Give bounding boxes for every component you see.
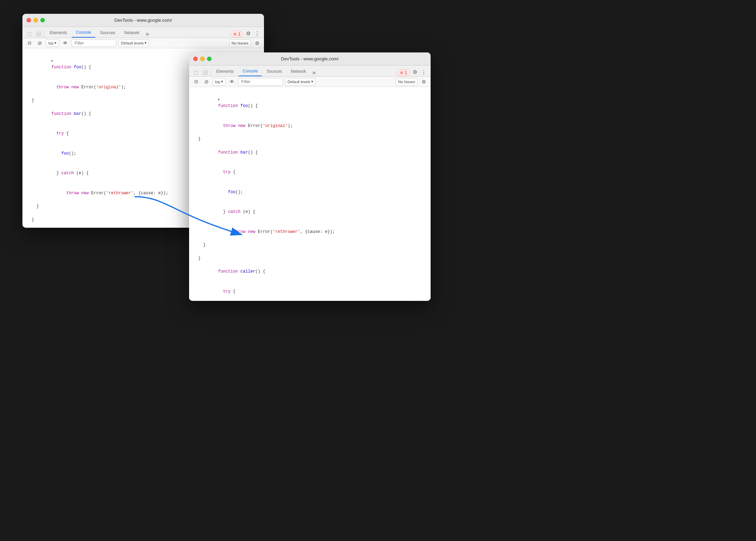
filter-input-back[interactable]	[71, 39, 116, 47]
console-toolbar-front: ⊟ ⊘ top ▾ 👁 Default levels ▾ No Issues ⚙	[189, 77, 431, 87]
devtools-body-front: ⬚ ⬜ Elements Console Sources Network » ✕…	[189, 66, 431, 301]
console-toolbar-back: ⊟ ⊘ top ▾ 👁 Default levels ▾ No Issues ⚙	[22, 38, 264, 48]
settings-console-front[interactable]: ⚙	[420, 78, 428, 86]
tab-bar-back: ⬚ ⬜ Elements Console Sources Network » ✕…	[22, 27, 264, 38]
traffic-lights-back	[27, 18, 45, 22]
code-line-front-1: throw new Error('original');	[189, 116, 431, 136]
code-line-front-8: }	[189, 242, 431, 248]
code-line-front-6: } catch (e) {	[189, 202, 431, 222]
sidebar-toggle-back[interactable]: ⊟	[25, 39, 33, 47]
tab-elements-front[interactable]: Elements	[212, 67, 238, 76]
more-tabs-front[interactable]: »	[311, 69, 317, 76]
log-level-back[interactable]: Default levels ▾	[118, 39, 149, 47]
filter-input-front[interactable]	[238, 78, 283, 86]
window-title-front: DevTools - www.google.com/	[281, 56, 339, 61]
maximize-button-front[interactable]	[207, 57, 212, 61]
tab-elements-back[interactable]: Elements	[46, 28, 71, 38]
clear-console-back[interactable]: ⊘	[36, 39, 44, 47]
code-line-front-7: throw new Error('rethrower', {cause: e})…	[189, 222, 431, 242]
code-line-front-9	[189, 249, 431, 255]
code-area-front: ▶ function foo() { throw new Error('orig…	[189, 87, 431, 301]
eye-icon-back[interactable]: 👁	[61, 39, 69, 47]
tab-console-front[interactable]: Console	[238, 67, 262, 76]
devtools-window-front: DevTools - www.google.com/ ⬚ ⬜ Elements …	[189, 52, 431, 301]
code-line-front-3: function bar() {	[189, 143, 431, 163]
no-issues-back[interactable]: No Issues	[229, 39, 251, 47]
inspect-icon-back[interactable]: ⬚	[25, 29, 33, 38]
tab-sources-back[interactable]: Sources	[96, 28, 119, 38]
device-icon-front[interactable]: ⬜	[201, 68, 209, 76]
console-content-front: ▶ function foo() { throw new Error('orig…	[189, 87, 431, 301]
window-title-back: DevTools - www.google.com/	[115, 18, 172, 23]
tab-network-front[interactable]: Network	[287, 67, 310, 76]
tab-bar-front: ⬚ ⬜ Elements Console Sources Network » ✕…	[189, 66, 431, 77]
sidebar-toggle-front[interactable]: ⊟	[192, 78, 200, 86]
clear-console-front[interactable]: ⊘	[202, 78, 210, 86]
tab-console-back[interactable]: Console	[72, 28, 95, 38]
code-line-front-0: ▶ function foo() {	[189, 90, 431, 116]
close-button-back[interactable]	[27, 18, 31, 22]
title-bar-front: DevTools - www.google.com/	[189, 52, 431, 66]
more-options-back[interactable]: ⋮	[253, 29, 261, 38]
code-line-front-5: foo();	[189, 183, 431, 203]
settings-icon-back[interactable]: ⚙	[244, 29, 252, 38]
code-line-front-4: try {	[189, 163, 431, 183]
close-button-front[interactable]	[193, 57, 198, 61]
tab-sources-front[interactable]: Sources	[263, 67, 286, 76]
device-icon-back[interactable]: ⬜	[34, 29, 42, 38]
eye-icon-front[interactable]: 👁	[228, 78, 236, 86]
settings-icon-front[interactable]: ⚙	[411, 68, 419, 76]
code-line-front-11: function caller() {	[189, 262, 431, 282]
traffic-lights-front	[193, 57, 212, 61]
no-issues-front[interactable]: No Issues	[396, 78, 418, 86]
settings-console-back[interactable]: ⚙	[253, 39, 261, 47]
minimize-button-front[interactable]	[200, 57, 205, 61]
context-selector-front[interactable]: top ▾	[213, 78, 226, 86]
code-line-front-12: try {	[189, 282, 431, 301]
code-line-front-2: }	[189, 136, 431, 142]
code-line-front-10: }	[189, 255, 431, 262]
inspect-icon-front[interactable]: ⬚	[192, 68, 200, 76]
more-options-front[interactable]: ⋮	[420, 68, 428, 76]
title-bar-back: DevTools - www.google.com/	[22, 14, 264, 27]
error-badge-back: ✕ 1	[230, 31, 243, 38]
error-badge-front: ✕ 1	[397, 69, 410, 76]
log-level-front[interactable]: Default levels ▾	[285, 78, 316, 86]
context-selector-back[interactable]: top ▾	[46, 39, 59, 47]
more-tabs-back[interactable]: »	[144, 30, 150, 38]
minimize-button-back[interactable]	[33, 18, 38, 22]
maximize-button-back[interactable]	[40, 18, 45, 22]
tab-network-back[interactable]: Network	[120, 28, 144, 38]
